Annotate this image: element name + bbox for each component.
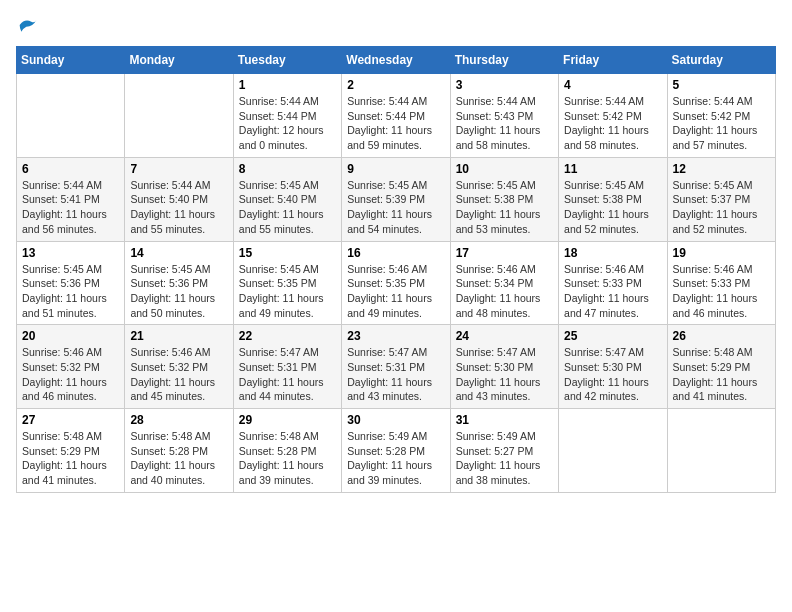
calendar-cell xyxy=(667,409,775,493)
calendar-cell: 12Sunrise: 5:45 AM Sunset: 5:37 PM Dayli… xyxy=(667,157,775,241)
day-info: Sunrise: 5:47 AM Sunset: 5:30 PM Dayligh… xyxy=(564,345,661,404)
day-info: Sunrise: 5:46 AM Sunset: 5:35 PM Dayligh… xyxy=(347,262,444,321)
day-info: Sunrise: 5:46 AM Sunset: 5:32 PM Dayligh… xyxy=(130,345,227,404)
calendar-cell xyxy=(125,74,233,158)
calendar-cell: 22Sunrise: 5:47 AM Sunset: 5:31 PM Dayli… xyxy=(233,325,341,409)
logo xyxy=(16,16,38,34)
calendar-cell: 26Sunrise: 5:48 AM Sunset: 5:29 PM Dayli… xyxy=(667,325,775,409)
day-info: Sunrise: 5:44 AM Sunset: 5:44 PM Dayligh… xyxy=(239,94,336,153)
day-info: Sunrise: 5:45 AM Sunset: 5:38 PM Dayligh… xyxy=(564,178,661,237)
day-number: 24 xyxy=(456,329,553,343)
day-info: Sunrise: 5:44 AM Sunset: 5:41 PM Dayligh… xyxy=(22,178,119,237)
calendar-cell: 21Sunrise: 5:46 AM Sunset: 5:32 PM Dayli… xyxy=(125,325,233,409)
weekday-header-friday: Friday xyxy=(559,47,667,74)
day-number: 25 xyxy=(564,329,661,343)
calendar-table: SundayMondayTuesdayWednesdayThursdayFrid… xyxy=(16,46,776,493)
day-number: 10 xyxy=(456,162,553,176)
day-number: 17 xyxy=(456,246,553,260)
logo-bird-icon xyxy=(18,16,38,34)
calendar-cell: 15Sunrise: 5:45 AM Sunset: 5:35 PM Dayli… xyxy=(233,241,341,325)
calendar-cell: 10Sunrise: 5:45 AM Sunset: 5:38 PM Dayli… xyxy=(450,157,558,241)
day-number: 23 xyxy=(347,329,444,343)
calendar-cell: 3Sunrise: 5:44 AM Sunset: 5:43 PM Daylig… xyxy=(450,74,558,158)
day-number: 15 xyxy=(239,246,336,260)
calendar-cell: 4Sunrise: 5:44 AM Sunset: 5:42 PM Daylig… xyxy=(559,74,667,158)
calendar-cell: 13Sunrise: 5:45 AM Sunset: 5:36 PM Dayli… xyxy=(17,241,125,325)
day-number: 22 xyxy=(239,329,336,343)
calendar-cell: 27Sunrise: 5:48 AM Sunset: 5:29 PM Dayli… xyxy=(17,409,125,493)
calendar-cell: 6Sunrise: 5:44 AM Sunset: 5:41 PM Daylig… xyxy=(17,157,125,241)
day-info: Sunrise: 5:46 AM Sunset: 5:33 PM Dayligh… xyxy=(564,262,661,321)
day-info: Sunrise: 5:45 AM Sunset: 5:37 PM Dayligh… xyxy=(673,178,770,237)
calendar-cell: 30Sunrise: 5:49 AM Sunset: 5:28 PM Dayli… xyxy=(342,409,450,493)
day-info: Sunrise: 5:45 AM Sunset: 5:35 PM Dayligh… xyxy=(239,262,336,321)
day-info: Sunrise: 5:45 AM Sunset: 5:39 PM Dayligh… xyxy=(347,178,444,237)
calendar-cell: 7Sunrise: 5:44 AM Sunset: 5:40 PM Daylig… xyxy=(125,157,233,241)
day-number: 14 xyxy=(130,246,227,260)
day-number: 2 xyxy=(347,78,444,92)
day-info: Sunrise: 5:44 AM Sunset: 5:43 PM Dayligh… xyxy=(456,94,553,153)
calendar-body: 1Sunrise: 5:44 AM Sunset: 5:44 PM Daylig… xyxy=(17,74,776,493)
calendar-cell: 14Sunrise: 5:45 AM Sunset: 5:36 PM Dayli… xyxy=(125,241,233,325)
day-number: 21 xyxy=(130,329,227,343)
weekday-header-saturday: Saturday xyxy=(667,47,775,74)
day-number: 26 xyxy=(673,329,770,343)
day-number: 5 xyxy=(673,78,770,92)
day-number: 12 xyxy=(673,162,770,176)
day-number: 4 xyxy=(564,78,661,92)
weekday-header-wednesday: Wednesday xyxy=(342,47,450,74)
day-number: 3 xyxy=(456,78,553,92)
calendar-cell: 20Sunrise: 5:46 AM Sunset: 5:32 PM Dayli… xyxy=(17,325,125,409)
day-number: 20 xyxy=(22,329,119,343)
weekday-row: SundayMondayTuesdayWednesdayThursdayFrid… xyxy=(17,47,776,74)
calendar-cell: 2Sunrise: 5:44 AM Sunset: 5:44 PM Daylig… xyxy=(342,74,450,158)
day-number: 29 xyxy=(239,413,336,427)
day-info: Sunrise: 5:49 AM Sunset: 5:28 PM Dayligh… xyxy=(347,429,444,488)
calendar-cell: 25Sunrise: 5:47 AM Sunset: 5:30 PM Dayli… xyxy=(559,325,667,409)
day-number: 27 xyxy=(22,413,119,427)
calendar-cell: 18Sunrise: 5:46 AM Sunset: 5:33 PM Dayli… xyxy=(559,241,667,325)
day-number: 7 xyxy=(130,162,227,176)
day-number: 19 xyxy=(673,246,770,260)
day-info: Sunrise: 5:48 AM Sunset: 5:29 PM Dayligh… xyxy=(22,429,119,488)
day-number: 1 xyxy=(239,78,336,92)
day-info: Sunrise: 5:44 AM Sunset: 5:42 PM Dayligh… xyxy=(564,94,661,153)
day-info: Sunrise: 5:44 AM Sunset: 5:40 PM Dayligh… xyxy=(130,178,227,237)
calendar-cell: 28Sunrise: 5:48 AM Sunset: 5:28 PM Dayli… xyxy=(125,409,233,493)
day-info: Sunrise: 5:49 AM Sunset: 5:27 PM Dayligh… xyxy=(456,429,553,488)
calendar-cell xyxy=(559,409,667,493)
day-number: 16 xyxy=(347,246,444,260)
calendar-cell: 31Sunrise: 5:49 AM Sunset: 5:27 PM Dayli… xyxy=(450,409,558,493)
day-info: Sunrise: 5:45 AM Sunset: 5:36 PM Dayligh… xyxy=(130,262,227,321)
day-info: Sunrise: 5:47 AM Sunset: 5:30 PM Dayligh… xyxy=(456,345,553,404)
weekday-header-tuesday: Tuesday xyxy=(233,47,341,74)
day-number: 31 xyxy=(456,413,553,427)
day-number: 18 xyxy=(564,246,661,260)
page-header xyxy=(16,16,776,34)
calendar-cell xyxy=(17,74,125,158)
calendar-week-4: 20Sunrise: 5:46 AM Sunset: 5:32 PM Dayli… xyxy=(17,325,776,409)
calendar-week-5: 27Sunrise: 5:48 AM Sunset: 5:29 PM Dayli… xyxy=(17,409,776,493)
day-number: 9 xyxy=(347,162,444,176)
calendar-week-3: 13Sunrise: 5:45 AM Sunset: 5:36 PM Dayli… xyxy=(17,241,776,325)
weekday-header-sunday: Sunday xyxy=(17,47,125,74)
day-number: 13 xyxy=(22,246,119,260)
day-number: 30 xyxy=(347,413,444,427)
day-info: Sunrise: 5:44 AM Sunset: 5:44 PM Dayligh… xyxy=(347,94,444,153)
weekday-header-thursday: Thursday xyxy=(450,47,558,74)
calendar-cell: 16Sunrise: 5:46 AM Sunset: 5:35 PM Dayli… xyxy=(342,241,450,325)
day-number: 11 xyxy=(564,162,661,176)
day-info: Sunrise: 5:48 AM Sunset: 5:28 PM Dayligh… xyxy=(130,429,227,488)
day-info: Sunrise: 5:47 AM Sunset: 5:31 PM Dayligh… xyxy=(347,345,444,404)
calendar-week-2: 6Sunrise: 5:44 AM Sunset: 5:41 PM Daylig… xyxy=(17,157,776,241)
day-info: Sunrise: 5:46 AM Sunset: 5:34 PM Dayligh… xyxy=(456,262,553,321)
day-info: Sunrise: 5:47 AM Sunset: 5:31 PM Dayligh… xyxy=(239,345,336,404)
calendar-cell: 29Sunrise: 5:48 AM Sunset: 5:28 PM Dayli… xyxy=(233,409,341,493)
day-number: 8 xyxy=(239,162,336,176)
calendar-cell: 11Sunrise: 5:45 AM Sunset: 5:38 PM Dayli… xyxy=(559,157,667,241)
calendar-cell: 8Sunrise: 5:45 AM Sunset: 5:40 PM Daylig… xyxy=(233,157,341,241)
day-number: 28 xyxy=(130,413,227,427)
calendar-header: SundayMondayTuesdayWednesdayThursdayFrid… xyxy=(17,47,776,74)
day-info: Sunrise: 5:48 AM Sunset: 5:29 PM Dayligh… xyxy=(673,345,770,404)
calendar-cell: 23Sunrise: 5:47 AM Sunset: 5:31 PM Dayli… xyxy=(342,325,450,409)
